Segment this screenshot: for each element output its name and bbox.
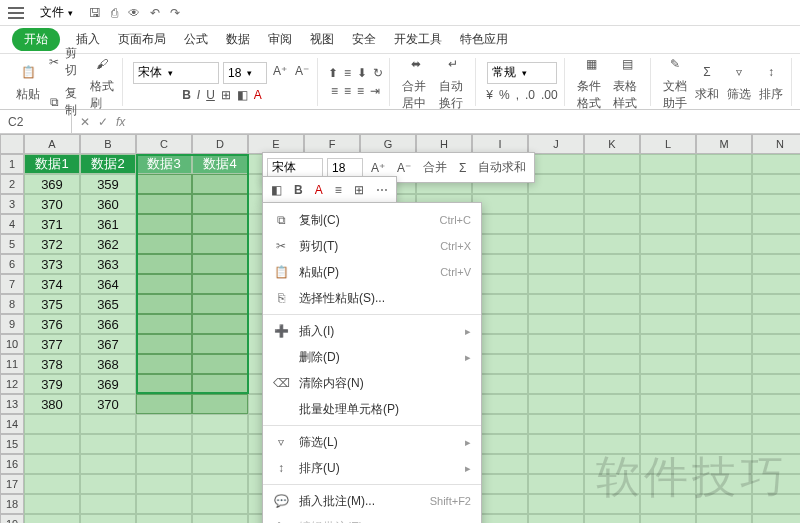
cell-K5[interactable] [584, 234, 640, 254]
merge-center-button[interactable]: ⬌合并居中 [400, 50, 433, 114]
row-header-17[interactable]: 17 [0, 474, 24, 494]
mini-increase-font-icon[interactable]: A⁺ [367, 159, 389, 177]
tab-developer[interactable]: 开发工具 [392, 27, 444, 52]
cell-C19[interactable] [136, 514, 192, 523]
cell-M5[interactable] [696, 234, 752, 254]
mini-size-combo[interactable]: 18 [327, 158, 363, 178]
increase-decimal-icon[interactable]: .0 [525, 88, 535, 102]
align-right-icon[interactable]: ≡ [357, 84, 364, 98]
conditional-format-button[interactable]: ▦条件格式 [575, 50, 608, 114]
cell-J3[interactable] [528, 194, 584, 214]
cell-M9[interactable] [696, 314, 752, 334]
col-header-B[interactable]: B [80, 134, 136, 154]
cell-C13[interactable] [136, 394, 192, 414]
cell-A8[interactable]: 375 [24, 294, 80, 314]
cell-J9[interactable] [528, 314, 584, 334]
col-header-G[interactable]: G [360, 134, 416, 154]
cell-D8[interactable] [192, 294, 248, 314]
cell-D18[interactable] [192, 494, 248, 514]
row-header-8[interactable]: 8 [0, 294, 24, 314]
preview-icon[interactable]: 👁 [128, 6, 140, 20]
cell-A6[interactable]: 373 [24, 254, 80, 274]
col-header-C[interactable]: C [136, 134, 192, 154]
row-header-2[interactable]: 2 [0, 174, 24, 194]
cell-N12[interactable] [752, 374, 800, 394]
cell-K19[interactable] [584, 514, 640, 523]
menu-sort[interactable]: ↕排序(U)▸ [263, 455, 481, 481]
cell-K2[interactable] [584, 174, 640, 194]
col-header-D[interactable]: D [192, 134, 248, 154]
cell-J6[interactable] [528, 254, 584, 274]
indent-icon[interactable]: ⇥ [370, 84, 380, 98]
cell-B3[interactable]: 360 [80, 194, 136, 214]
cell-D5[interactable] [192, 234, 248, 254]
mini-format-icon[interactable]: ⋯ [372, 181, 392, 199]
cell-A9[interactable]: 376 [24, 314, 80, 334]
bold-button[interactable]: B [182, 88, 191, 102]
col-header-N[interactable]: N [752, 134, 800, 154]
row-header-4[interactable]: 4 [0, 214, 24, 234]
col-header-M[interactable]: M [696, 134, 752, 154]
cell-D4[interactable] [192, 214, 248, 234]
cell-B5[interactable]: 362 [80, 234, 136, 254]
format-painter-button[interactable]: 🖌 格式刷 [88, 50, 116, 114]
cell-D9[interactable] [192, 314, 248, 334]
wrap-text-button[interactable]: ↵自动换行 [437, 50, 470, 114]
cell-J14[interactable] [528, 414, 584, 434]
cell-D19[interactable] [192, 514, 248, 523]
cell-D1[interactable]: 数据4 [192, 154, 248, 174]
file-menu-button[interactable]: 文件 ▾ [32, 2, 81, 23]
col-header-F[interactable]: F [304, 134, 360, 154]
mini-autosum-button[interactable]: 自动求和 [474, 157, 530, 178]
cell-A15[interactable] [24, 434, 80, 454]
cell-M1[interactable] [696, 154, 752, 174]
cell-B7[interactable]: 364 [80, 274, 136, 294]
cell-B10[interactable]: 367 [80, 334, 136, 354]
cell-A19[interactable] [24, 514, 80, 523]
cell-J18[interactable] [528, 494, 584, 514]
cell-C7[interactable] [136, 274, 192, 294]
cell-N6[interactable] [752, 254, 800, 274]
cell-M11[interactable] [696, 354, 752, 374]
mini-align-icon[interactable]: ≡ [331, 181, 346, 199]
select-all-corner[interactable] [0, 134, 24, 154]
row-header-14[interactable]: 14 [0, 414, 24, 434]
cell-B6[interactable]: 363 [80, 254, 136, 274]
cell-D15[interactable] [192, 434, 248, 454]
cell-L5[interactable] [640, 234, 696, 254]
font-size-combo[interactable]: 18▾ [223, 62, 267, 84]
cell-K10[interactable] [584, 334, 640, 354]
cell-N19[interactable] [752, 514, 800, 523]
cancel-icon[interactable]: ✕ [80, 115, 90, 129]
row-header-13[interactable]: 13 [0, 394, 24, 414]
cell-J10[interactable] [528, 334, 584, 354]
cell-M14[interactable] [696, 414, 752, 434]
cell-L14[interactable] [640, 414, 696, 434]
cell-A13[interactable]: 380 [24, 394, 80, 414]
cell-C4[interactable] [136, 214, 192, 234]
mini-sigma-icon[interactable]: Σ [455, 159, 470, 177]
col-header-I[interactable]: I [472, 134, 528, 154]
cell-L2[interactable] [640, 174, 696, 194]
cell-L4[interactable] [640, 214, 696, 234]
cell-J16[interactable] [528, 454, 584, 474]
table-style-button[interactable]: ▤表格样式 [611, 50, 644, 114]
cell-B16[interactable] [80, 454, 136, 474]
col-header-L[interactable]: L [640, 134, 696, 154]
number-format-combo[interactable]: 常规▾ [487, 62, 557, 84]
cell-B19[interactable] [80, 514, 136, 523]
print-icon[interactable]: ⎙ [111, 6, 118, 20]
cell-B9[interactable]: 366 [80, 314, 136, 334]
cell-M19[interactable] [696, 514, 752, 523]
cell-K12[interactable] [584, 374, 640, 394]
font-name-combo[interactable]: 宋体▾ [133, 62, 219, 84]
cell-K8[interactable] [584, 294, 640, 314]
cell-C18[interactable] [136, 494, 192, 514]
cell-M7[interactable] [696, 274, 752, 294]
cell-D13[interactable] [192, 394, 248, 414]
cell-B2[interactable]: 359 [80, 174, 136, 194]
cell-A11[interactable]: 378 [24, 354, 80, 374]
menu-paste[interactable]: 📋粘贴(P)Ctrl+V [263, 259, 481, 285]
menu-insert[interactable]: ➕插入(I)▸ [263, 318, 481, 344]
cell-C15[interactable] [136, 434, 192, 454]
